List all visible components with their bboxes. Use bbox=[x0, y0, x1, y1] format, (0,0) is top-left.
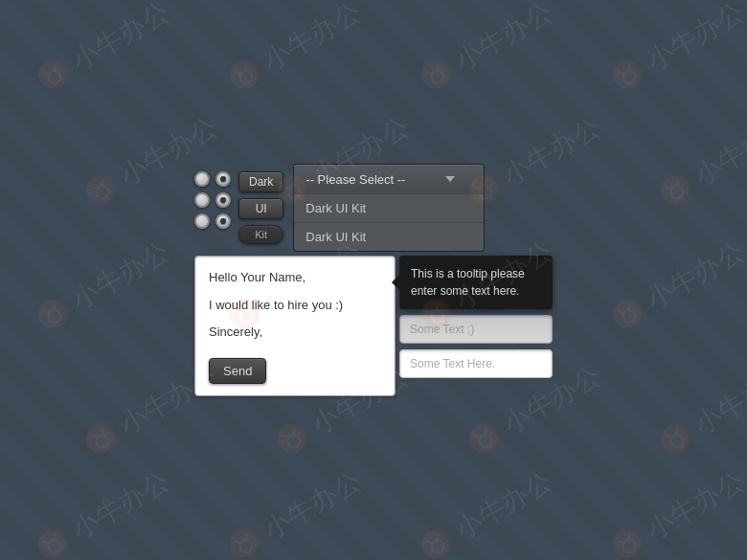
dropdown-option-2[interactable]: Dark UI Kit bbox=[294, 223, 484, 251]
dropdown-arrow-icon bbox=[445, 176, 455, 182]
message-content: Hello Your Name, I would like to hire yo… bbox=[195, 257, 395, 350]
message-line-2: I would like to hire you :) bbox=[209, 296, 381, 316]
send-area: Send bbox=[195, 350, 395, 395]
radio-1b[interactable] bbox=[215, 171, 231, 187]
dropdown-option-1[interactable]: Dark UI Kit bbox=[294, 194, 484, 223]
dropdown-placeholder: -- Please Select -- bbox=[306, 172, 405, 187]
radio-group bbox=[194, 164, 231, 229]
bottom-section: Hello Your Name, I would like to hire yo… bbox=[194, 256, 553, 396]
radio-3a[interactable] bbox=[194, 213, 210, 229]
message-line-3: Sincerely, bbox=[209, 323, 381, 343]
main-container: Dark UI Kit -- Please Select -- Dark UI … bbox=[194, 164, 553, 396]
radio-row-1 bbox=[194, 171, 231, 187]
top-section: Dark UI Kit -- Please Select -- Dark UI … bbox=[194, 164, 553, 252]
message-box: Hello Your Name, I would like to hire yo… bbox=[194, 256, 396, 396]
radio-row-2 bbox=[194, 192, 231, 208]
radio-2b[interactable] bbox=[215, 192, 231, 208]
radio-1a[interactable] bbox=[194, 171, 210, 187]
dark-button[interactable]: Dark bbox=[238, 171, 283, 192]
ui-button[interactable]: UI bbox=[238, 198, 283, 219]
tooltip-text: This is a tooltip please enter some text… bbox=[411, 267, 525, 298]
input-field-2[interactable]: Some Text Here. bbox=[399, 349, 553, 378]
radio-3b[interactable] bbox=[215, 213, 231, 229]
input-field-1[interactable]: Some Text ;) bbox=[399, 315, 553, 344]
message-line-1: Hello Your Name, bbox=[209, 268, 381, 288]
label-buttons: Dark UI Kit bbox=[238, 164, 283, 244]
send-button[interactable]: Send bbox=[209, 358, 266, 384]
tooltip-box: This is a tooltip please enter some text… bbox=[399, 256, 553, 309]
right-side: This is a tooltip please enter some text… bbox=[399, 256, 553, 378]
kit-button[interactable]: Kit bbox=[238, 225, 283, 244]
dropdown-area: -- Please Select -- Dark UI Kit Dark UI … bbox=[293, 164, 485, 252]
radio-row-3 bbox=[194, 213, 231, 229]
radio-2a[interactable] bbox=[194, 192, 210, 208]
dropdown-select[interactable]: -- Please Select -- bbox=[293, 164, 485, 194]
dropdown-options: Dark UI Kit Dark UI Kit bbox=[293, 194, 485, 252]
